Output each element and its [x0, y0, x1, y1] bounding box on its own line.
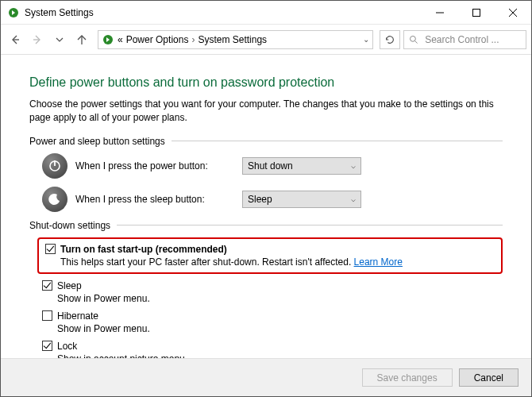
address-bar[interactable]: « Power Options › System Settings ⌄ [98, 30, 373, 49]
maximize-button[interactable] [458, 1, 495, 25]
forward-button [28, 30, 47, 49]
lock-title: Lock [57, 341, 77, 352]
divider [172, 141, 503, 141]
lock-checkbox[interactable] [42, 341, 52, 351]
learn-more-link[interactable]: Learn More [354, 256, 403, 268]
fast-startup-desc: This helps start your PC faster after sh… [60, 256, 495, 268]
window-controls [422, 1, 531, 25]
svg-rect-2 [473, 9, 480, 16]
shutdown-options-list: Sleep Show in Power menu. Hibernate Show… [42, 280, 503, 358]
window: System Settings [0, 0, 532, 397]
fast-startup-checkbox[interactable] [45, 244, 56, 254]
svg-line-10 [415, 40, 418, 43]
power-button-row: When I press the power button: Shut down… [42, 153, 503, 179]
section-button-settings: Power and sleep button settings [29, 136, 503, 147]
hibernate-title: Hibernate [57, 310, 98, 322]
sleep-desc: Show in Power menu. [57, 293, 503, 304]
footer: Save changes Cancel [1, 358, 531, 396]
titlebar: System Settings [1, 1, 531, 25]
fast-startup-title: Turn on fast start-up (recommended) [60, 244, 227, 255]
page-description: Choose the power settings that you want … [29, 98, 503, 125]
select-value: Shut down [248, 160, 293, 172]
fast-startup-option: Turn on fast start-up (recommended) This… [45, 244, 495, 268]
refresh-button[interactable] [380, 30, 400, 49]
search-box[interactable] [403, 30, 526, 49]
recent-dropdown[interactable] [50, 30, 69, 49]
hibernate-checkbox[interactable] [42, 310, 52, 321]
up-button[interactable] [72, 30, 91, 49]
power-button-select[interactable]: Shut down ⌵ [242, 157, 361, 175]
divider [117, 225, 503, 225]
sleep-option: Sleep Show in Power menu. [42, 280, 503, 304]
breadcrumb-item[interactable]: System Settings [198, 34, 267, 45]
sleep-icon [42, 187, 67, 212]
chevron-down-icon: ⌵ [351, 195, 356, 203]
sleep-button-select[interactable]: Sleep ⌵ [242, 191, 361, 208]
breadcrumb-item[interactable]: Power Options [126, 34, 189, 45]
hibernate-option: Hibernate Show in Power menu. [42, 310, 503, 334]
section-shutdown-settings: Shut-down settings [29, 220, 503, 231]
content-area: Define power buttons and turn on passwor… [1, 55, 531, 358]
page-title: Define power buttons and turn on passwor… [29, 75, 503, 90]
chevron-down-icon[interactable]: ⌄ [363, 35, 369, 44]
section-label: Shut-down settings [29, 220, 110, 231]
power-options-icon [7, 6, 20, 19]
sleep-checkbox[interactable] [42, 280, 52, 291]
sleep-button-row: When I press the sleep button: Sleep ⌵ [42, 187, 503, 212]
power-button-label: When I press the power button: [75, 160, 242, 172]
section-label: Power and sleep button settings [29, 136, 165, 147]
breadcrumb-prefix: « [118, 34, 123, 45]
lock-option: Lock Show in account picture menu [42, 341, 503, 358]
highlight-fast-startup: Turn on fast start-up (recommended) This… [37, 237, 503, 274]
breadcrumb: « Power Options › System Settings ⌄ [118, 34, 369, 45]
lock-desc: Show in account picture menu [57, 353, 503, 358]
chevron-right-icon: › [191, 34, 195, 45]
select-value: Sleep [248, 194, 272, 205]
power-icon [42, 153, 67, 179]
hibernate-desc: Show in Power menu. [57, 323, 503, 334]
power-options-icon [102, 33, 114, 46]
navbar: « Power Options › System Settings ⌄ [1, 25, 531, 55]
window-title: System Settings [25, 7, 94, 18]
svg-point-9 [411, 36, 416, 41]
sleep-button-label: When I press the sleep button: [75, 194, 242, 205]
chevron-down-icon: ⌵ [351, 161, 356, 170]
back-button[interactable] [6, 30, 25, 49]
title-left: System Settings [7, 6, 94, 19]
cancel-button[interactable]: Cancel [459, 368, 519, 387]
minimize-button[interactable] [422, 1, 458, 25]
search-icon [409, 34, 418, 45]
sleep-title: Sleep [57, 280, 82, 291]
close-button[interactable] [495, 1, 531, 25]
save-changes-button: Save changes [362, 368, 453, 387]
search-input[interactable] [423, 33, 521, 46]
